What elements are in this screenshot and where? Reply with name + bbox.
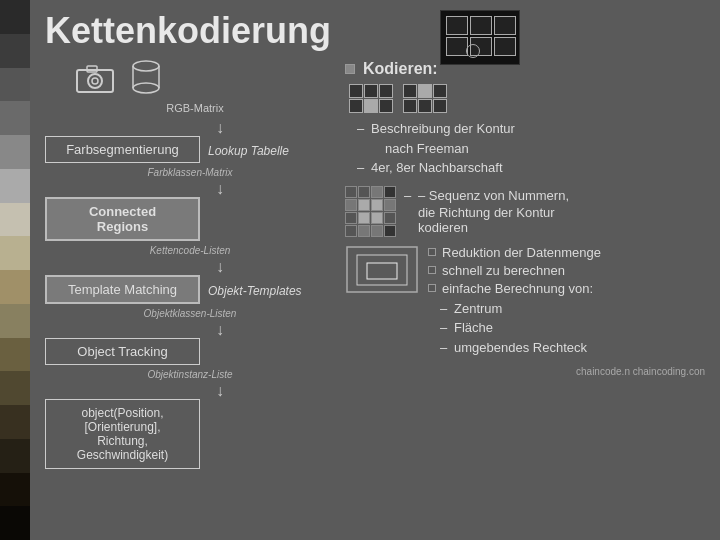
farbseg-box: Farbsegmentierung xyxy=(45,136,200,163)
connected-box: Connected Regions xyxy=(45,197,200,241)
dash-zentrum: Zentrum xyxy=(440,299,601,319)
strip-color-2 xyxy=(0,34,30,68)
desc-item-2: 4er, 8er Nachbarschaft xyxy=(357,158,705,178)
desc-item-1: Beschreibung der Kontur nach Freeman xyxy=(357,119,705,158)
objektinstanz-label: Objektinstanz-Liste xyxy=(45,369,335,380)
seq-cell-light xyxy=(358,212,370,224)
svg-rect-10 xyxy=(357,255,407,285)
strip-color-4 xyxy=(0,101,30,135)
bullet-text-1: Reduktion der Datenmenge xyxy=(442,245,601,260)
seq-cell xyxy=(345,212,357,224)
arrow-3: ↓ xyxy=(45,259,335,275)
thumb-grid xyxy=(446,16,516,56)
thumb-cell xyxy=(470,16,492,35)
grid-cell-highlight xyxy=(418,84,432,98)
strip-color-7 xyxy=(0,203,30,237)
objekt-templ-label: Objekt-Templates xyxy=(208,284,302,298)
dash-flaeche: Fläche xyxy=(440,318,601,338)
color-strip xyxy=(0,0,30,540)
mini-grid-2 xyxy=(403,84,447,113)
strip-color-8 xyxy=(0,236,30,270)
kodieren-label: Kodieren: xyxy=(363,60,438,78)
seq-cell xyxy=(358,186,370,198)
sequenz-text: – Sequenz von Nummern, die Richtung der … xyxy=(404,186,569,236)
bullet-icon xyxy=(345,64,355,74)
seq-cell xyxy=(345,199,357,211)
text-column: Kodieren: xyxy=(345,60,705,473)
thumb-cell xyxy=(494,16,516,35)
grid-cell xyxy=(433,99,447,113)
bullet-icon-2 xyxy=(428,266,436,274)
object-final-box: object(Position, [Orientierung], Richtun… xyxy=(45,399,200,469)
arrow-4: ↓ xyxy=(45,322,335,338)
strip-color-6 xyxy=(0,169,30,203)
content-body: RGB-Matrix ↓ Farbsegmentierung Lookup Ta… xyxy=(45,60,705,473)
icons-row xyxy=(45,60,335,100)
grid-cell xyxy=(349,99,363,113)
bullet-text-2: schnell zu berechnen xyxy=(442,263,565,278)
kodieren-desc: Beschreibung der Kontur nach Freeman 4er… xyxy=(345,119,705,178)
seq-cell xyxy=(371,186,383,198)
strip-color-15 xyxy=(0,473,30,507)
grid-cell xyxy=(433,84,447,98)
rect-diagram xyxy=(345,245,420,298)
strip-color-5 xyxy=(0,135,30,169)
diagram-column: RGB-Matrix ↓ Farbsegmentierung Lookup Ta… xyxy=(45,60,335,473)
objtrack-row: Object Tracking xyxy=(45,338,335,367)
seq-cell xyxy=(384,199,396,211)
svg-point-1 xyxy=(88,74,102,88)
seq-cell xyxy=(371,225,383,237)
kettencode-label: Kettencode-Listen xyxy=(45,245,335,256)
kodieren-title: Kodieren: xyxy=(345,60,705,78)
grid-cell xyxy=(403,84,417,98)
bullet-icon-3 xyxy=(428,284,436,292)
bullet-item-3: einfache Berechnung von: xyxy=(428,281,601,296)
lookup-label: Lookup Tabelle xyxy=(208,144,289,158)
sequenz-line-3: kodieren xyxy=(404,220,569,235)
thumb-cell xyxy=(446,37,468,56)
grid-cell xyxy=(349,84,363,98)
bullet-item-2: schnell zu berechnen xyxy=(428,263,601,278)
seq-cell xyxy=(345,186,357,198)
strip-color-9 xyxy=(0,270,30,304)
strip-color-12 xyxy=(0,371,30,405)
template-row: Template Matching Objekt-Templates xyxy=(45,275,335,306)
seq-cell xyxy=(384,225,396,237)
sequenz-grid xyxy=(345,186,396,237)
seq-cell xyxy=(384,186,396,198)
rgb-matrix-label: RGB-Matrix xyxy=(45,102,335,114)
strip-color-10 xyxy=(0,304,30,338)
grid-cell xyxy=(364,84,378,98)
grid-cell xyxy=(418,99,432,113)
object-tracking-box: Object Tracking xyxy=(45,338,200,365)
rect-svg xyxy=(345,245,420,295)
objektklassen-label: Objektklassen-Listen xyxy=(45,308,335,319)
grid-diagrams-top xyxy=(349,84,705,113)
dash-rechteck: umgebendes Rechteck xyxy=(440,338,601,358)
bullets-section: Reduktion der Datenmenge schnell zu bere… xyxy=(428,245,601,361)
grid-cell xyxy=(379,84,393,98)
strip-color-11 xyxy=(0,338,30,372)
sequenz-line-2: die Richtung der Kontur xyxy=(404,205,569,220)
farbklassen-label: Farbklassen-Matrix xyxy=(45,167,335,178)
sequenz-section: – Sequenz von Nummern, die Richtung der … xyxy=(345,186,705,237)
mini-grid-1 xyxy=(349,84,393,113)
connected-label: Connected Regions xyxy=(89,204,156,234)
strip-color-16 xyxy=(0,506,30,540)
seq-cell-light xyxy=(371,199,383,211)
strip-color-14 xyxy=(0,439,30,473)
arrow-5: ↓ xyxy=(45,383,335,399)
grid-cell-highlight xyxy=(364,99,378,113)
strip-color-1 xyxy=(0,0,30,34)
grid-cell xyxy=(403,99,417,113)
svg-point-3 xyxy=(92,78,98,84)
seq-cell-light xyxy=(371,212,383,224)
page-title: Kettenkodierung xyxy=(45,10,705,52)
bullet-text-3: einfache Berechnung von: xyxy=(442,281,593,296)
connected-row: Connected Regions xyxy=(45,197,335,243)
object-final-label: object(Position, [Orientierung], Richtun… xyxy=(77,406,168,462)
grid-cell xyxy=(379,99,393,113)
seq-cell xyxy=(384,212,396,224)
thumb-cell xyxy=(446,16,468,35)
bullet-item-1: Reduktion der Datenmenge xyxy=(428,245,601,260)
